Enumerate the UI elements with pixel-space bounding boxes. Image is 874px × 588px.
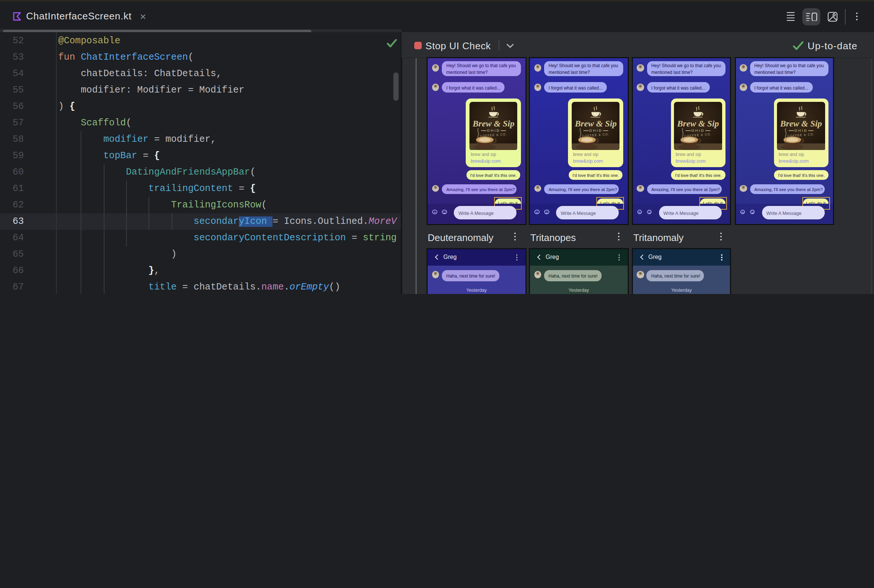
svg-text:OHID: OHID [692, 129, 705, 133]
svg-text:Brew & Sip: Brew & Sip [574, 119, 617, 129]
svg-text:OHID: OHID [589, 129, 602, 133]
svg-text:Brew & Sip: Brew & Sip [677, 119, 719, 129]
svg-text:Brew & Sip: Brew & Sip [472, 119, 514, 129]
svg-text:Brew & Sip: Brew & Sip [780, 119, 822, 129]
svg-text:OHID: OHID [487, 129, 500, 133]
svg-text:OHID: OHID [794, 129, 808, 133]
